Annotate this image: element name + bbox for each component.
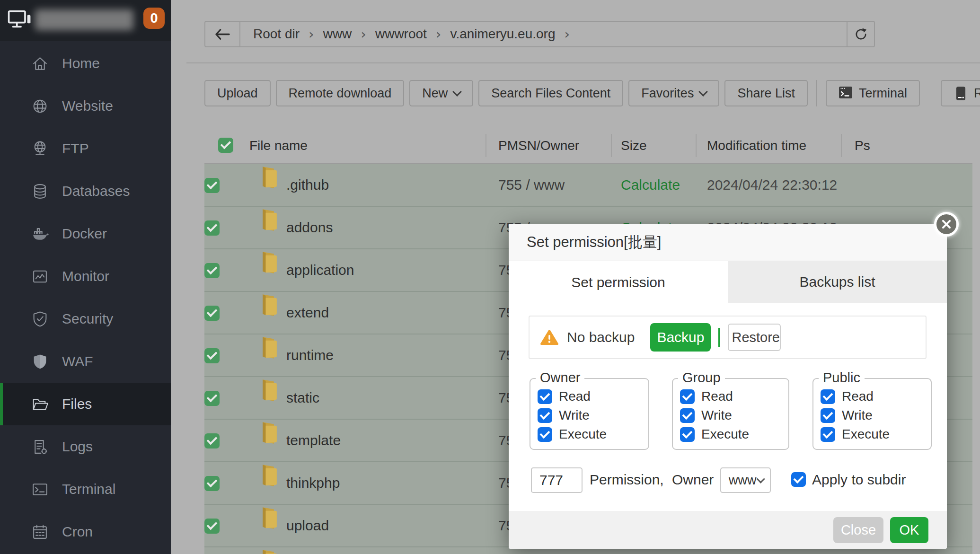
column-header-file-name[interactable]: File name bbox=[249, 128, 308, 163]
file-name[interactable]: addons bbox=[286, 207, 333, 248]
fieldset-legend: Owner bbox=[536, 370, 584, 386]
sidebar-item-label: Files bbox=[62, 396, 92, 412]
row-checkbox[interactable] bbox=[204, 391, 220, 406]
sidebar-item-home[interactable]: Home bbox=[0, 42, 171, 85]
sidebar-item-label: Monitor bbox=[62, 268, 109, 284]
sidebar-item-website[interactable]: Website bbox=[0, 85, 171, 127]
file-name[interactable]: upload bbox=[286, 505, 329, 546]
backup-status-text: No backup bbox=[567, 329, 635, 345]
option-owner-read: Read bbox=[538, 389, 648, 404]
select-all-checkbox[interactable] bbox=[218, 138, 233, 153]
file-name[interactable]: application bbox=[286, 249, 354, 291]
breadcrumb-item[interactable]: v.animeryu.eu.org bbox=[450, 26, 555, 42]
table-row[interactable]: .github 755 / www Calculate 2024/04/24 2… bbox=[204, 164, 972, 207]
row-checkbox[interactable] bbox=[204, 348, 220, 363]
back-arrow-icon bbox=[215, 28, 230, 40]
sidebar-item-logs[interactable]: Logs bbox=[0, 425, 171, 468]
back-button[interactable] bbox=[205, 22, 240, 46]
row-checkbox[interactable] bbox=[204, 519, 220, 534]
write-checkbox[interactable] bbox=[821, 408, 835, 423]
file-name[interactable]: template bbox=[286, 420, 341, 461]
folder-icon bbox=[257, 420, 279, 461]
read-checkbox[interactable] bbox=[680, 389, 695, 404]
sidebar-item-ftp[interactable]: FTP bbox=[0, 127, 171, 170]
apply-subdir-checkbox[interactable] bbox=[791, 472, 806, 487]
breadcrumb-bar: Root dir ›www ›wwwroot ›v.animeryu.eu.or… bbox=[204, 21, 875, 47]
notification-badge[interactable]: 0 bbox=[143, 8, 165, 29]
toolbar-button-favorites[interactable]: Favorites bbox=[628, 80, 719, 106]
toolbar-button-root-dir-176g-[interactable]: Root dir (176G) bbox=[941, 80, 980, 106]
option-label: Write bbox=[559, 408, 590, 423]
sidebar-item-waf[interactable]: WAF bbox=[0, 340, 171, 383]
breadcrumb-item[interactable]: Root dir bbox=[253, 26, 300, 42]
execute-checkbox[interactable] bbox=[680, 427, 695, 442]
toolbar-button-search-files-content[interactable]: Search Files Content bbox=[478, 80, 623, 106]
modal-title: Set permission[批量] bbox=[509, 224, 947, 261]
row-checkbox[interactable] bbox=[204, 220, 220, 236]
sidebar-item-docker[interactable]: Docker bbox=[0, 212, 171, 255]
execute-checkbox[interactable] bbox=[538, 427, 552, 442]
sidebar-item-security[interactable]: Security bbox=[0, 298, 171, 340]
file-name[interactable]: extend bbox=[286, 292, 329, 334]
refresh-button[interactable] bbox=[847, 22, 874, 46]
tab-backups-list[interactable]: Backups list bbox=[728, 261, 947, 303]
execute-checkbox[interactable] bbox=[821, 427, 835, 442]
backup-button[interactable]: Backup bbox=[650, 323, 711, 352]
toolbar-button-remote-download[interactable]: Remote download bbox=[276, 80, 405, 106]
write-checkbox[interactable] bbox=[680, 408, 695, 423]
column-header-pmsn-owner[interactable]: PMSN/Owner bbox=[498, 128, 579, 163]
row-checkbox[interactable] bbox=[204, 263, 220, 278]
toolbar-button-terminal[interactable]: Terminal bbox=[826, 80, 920, 106]
option-group-read: Read bbox=[680, 389, 788, 404]
file-name[interactable]: static bbox=[286, 377, 319, 419]
toolbar-button-label: Search Files Content bbox=[491, 86, 610, 101]
table-header: File namePMSN/OwnerSizeModification time… bbox=[204, 128, 972, 164]
breadcrumb-item[interactable]: www bbox=[323, 26, 352, 42]
row-checkbox[interactable] bbox=[204, 178, 220, 193]
read-checkbox[interactable] bbox=[821, 389, 835, 404]
header-divider bbox=[186, 62, 980, 63]
refresh-icon bbox=[854, 27, 868, 42]
database-icon bbox=[31, 183, 49, 200]
row-checkbox[interactable] bbox=[204, 476, 220, 491]
permission-label: Permission, bbox=[590, 472, 664, 488]
modal-ok-button[interactable]: OK bbox=[890, 517, 928, 543]
sidebar-item-label: Website bbox=[62, 98, 113, 114]
row-checkbox[interactable] bbox=[204, 433, 220, 448]
set-permission-modal: Set permission[批量] Set permissionBackups… bbox=[509, 224, 947, 549]
sidebar-item-cron[interactable]: Cron bbox=[0, 510, 171, 553]
toolbar-button-new[interactable]: New bbox=[409, 80, 473, 106]
read-checkbox[interactable] bbox=[538, 389, 552, 404]
sidebar-item-label: FTP bbox=[62, 141, 89, 157]
column-header-ps[interactable]: Ps bbox=[855, 128, 870, 163]
disk-icon bbox=[954, 86, 968, 101]
sidebar-item-terminal[interactable]: Terminal bbox=[0, 468, 171, 510]
column-header-modification-time[interactable]: Modification time bbox=[707, 128, 806, 163]
breadcrumb-item[interactable]: wwwroot bbox=[375, 26, 427, 42]
permission-value-input[interactable] bbox=[531, 467, 583, 493]
backup-notice-box: No backup Backup Restore bbox=[529, 316, 927, 359]
file-name[interactable]: thinkphp bbox=[286, 462, 340, 504]
calculate-size-link[interactable]: Calculate bbox=[621, 164, 680, 206]
file-name[interactable]: runtime bbox=[286, 334, 334, 376]
toolbar-button-upload[interactable]: Upload bbox=[204, 80, 271, 106]
write-checkbox[interactable] bbox=[538, 408, 552, 423]
sidebar-item-label: Docker bbox=[62, 226, 107, 242]
restore-button[interactable]: Restore bbox=[728, 324, 781, 351]
sidebar-item-files[interactable]: Files bbox=[0, 383, 171, 425]
column-header-size[interactable]: Size bbox=[621, 128, 646, 163]
sidebar-item-label: Databases bbox=[62, 183, 130, 199]
toolbar-divider bbox=[816, 80, 817, 106]
owner-select[interactable]: www bbox=[720, 467, 771, 493]
modal-close-button[interactable]: Close bbox=[833, 517, 883, 543]
toolbar-button-share-list[interactable]: Share List bbox=[724, 80, 808, 106]
row-checkbox[interactable] bbox=[204, 306, 220, 321]
tab-set-permission[interactable]: Set permission bbox=[509, 261, 728, 303]
sidebar-item-monitor[interactable]: Monitor bbox=[0, 255, 171, 298]
chevron-right-icon: › bbox=[309, 26, 314, 42]
close-icon[interactable] bbox=[934, 212, 959, 237]
terminal-window-icon bbox=[31, 481, 49, 498]
fieldset-legend: Group bbox=[678, 370, 725, 386]
file-name[interactable]: .github bbox=[286, 164, 329, 206]
sidebar-item-databases[interactable]: Databases bbox=[0, 170, 171, 212]
